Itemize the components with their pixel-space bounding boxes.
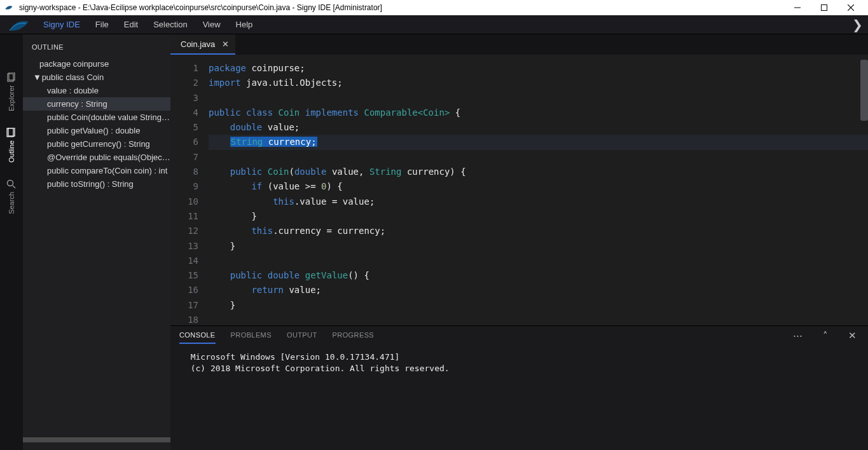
outline-item[interactable]: value : double xyxy=(23,84,170,97)
panel-tab-console[interactable]: CONSOLE xyxy=(179,327,216,344)
activity-tab-outline[interactable]: Outline xyxy=(6,128,17,163)
close-icon[interactable]: ✕ xyxy=(222,39,229,49)
outline-item[interactable]: public getValue() : double xyxy=(23,124,170,137)
editor-tab-label: Coin.java xyxy=(181,39,215,49)
code-body[interactable]: package coinpurse; import java.util.Obje… xyxy=(206,55,868,325)
menu-file[interactable]: File xyxy=(88,15,116,34)
menu-view[interactable]: View xyxy=(195,15,228,34)
outline-item[interactable]: public compareTo(Coin coin) : int xyxy=(23,164,170,177)
outline-item[interactable]: public getCurrency() : String xyxy=(23,137,170,151)
console-output[interactable]: Microsoft Windows [Version 10.0.17134.47… xyxy=(170,345,868,450)
outline-item[interactable]: @Override public equals(Object obj) : bo… xyxy=(23,151,170,164)
activity-label-search: Search xyxy=(8,192,15,214)
app-icon xyxy=(4,2,15,13)
svg-point-5 xyxy=(8,180,13,186)
menubar: Signy IDE File Edit Selection View Help … xyxy=(0,15,868,34)
maximize-button[interactable] xyxy=(811,0,837,15)
menu-edit[interactable]: Edit xyxy=(116,15,146,34)
activity-bar: Explorer Outline Search xyxy=(0,34,23,450)
menu-selection[interactable]: Selection xyxy=(146,15,195,34)
chevron-up-icon[interactable]: ˄ xyxy=(820,330,830,341)
activity-label-explorer: Explorer xyxy=(8,85,15,111)
outline-item[interactable]: ▼ public class Coin xyxy=(23,71,170,84)
outline-item[interactable]: public toString() : String xyxy=(23,177,170,191)
activity-tab-search[interactable]: Search xyxy=(6,179,17,214)
sidebar-scrollbar[interactable] xyxy=(23,437,170,442)
window-title: signy-workspace - E:\Java-Ecilipse workp… xyxy=(19,3,382,12)
sidebar-title: OUTLINE xyxy=(23,34,170,57)
panel-tab-output[interactable]: OUTPUT xyxy=(287,327,317,344)
app-logo xyxy=(3,15,36,34)
panel-tab-problems[interactable]: PROBLEMS xyxy=(231,327,272,344)
outline-item[interactable]: package coinpurse xyxy=(23,57,170,71)
menu-help[interactable]: Help xyxy=(228,15,261,34)
outline-tree: package coinpurse ▼ public class Coin va… xyxy=(23,57,170,437)
outline-item[interactable]: public Coin(double value String currency… xyxy=(23,111,170,124)
activity-label-outline: Outline xyxy=(8,140,15,163)
editor-area: Coin.java ✕ 123 456 789 101112 131415 16… xyxy=(170,34,868,450)
panel-tab-progress[interactable]: PROGRESS xyxy=(333,327,375,344)
editor-tabs: Coin.java ✕ xyxy=(170,34,868,55)
panel-tabs: CONSOLE PROBLEMS OUTPUT PROGRESS ⋯ ˄ ✕ xyxy=(170,326,868,345)
minimize-button[interactable] xyxy=(784,0,811,15)
overflow-chevron-icon[interactable]: ❯ xyxy=(847,17,868,32)
svg-rect-0 xyxy=(822,5,827,11)
panel-close-icon[interactable]: ✕ xyxy=(846,330,859,341)
more-icon[interactable]: ⋯ xyxy=(790,330,805,341)
activity-tab-explorer[interactable]: Explorer xyxy=(6,72,17,111)
code-editor[interactable]: 123 456 789 101112 131415 161718 package… xyxy=(170,55,868,325)
editor-tab[interactable]: Coin.java ✕ xyxy=(170,34,235,55)
close-button[interactable] xyxy=(837,0,864,15)
editor-scrollbar[interactable] xyxy=(860,60,868,121)
line-numbers: 123 456 789 101112 131415 161718 xyxy=(170,55,206,325)
menu-app[interactable]: Signy IDE xyxy=(36,15,88,34)
bottom-panel: CONSOLE PROBLEMS OUTPUT PROGRESS ⋯ ˄ ✕ M… xyxy=(170,325,868,450)
titlebar: signy-workspace - E:\Java-Ecilipse workp… xyxy=(0,0,868,15)
outline-item[interactable]: currency : String xyxy=(23,97,170,111)
sidebar: OUTLINE package coinpurse ▼ public class… xyxy=(23,34,170,450)
